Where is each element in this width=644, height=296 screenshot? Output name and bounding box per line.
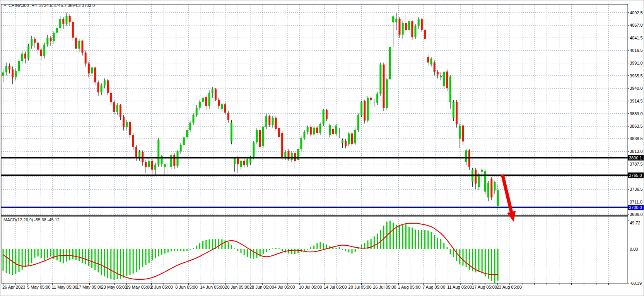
- level-price-label: 3700.0: [629, 205, 642, 210]
- date-tick-label: 28 Jun 05:00: [249, 285, 274, 289]
- level-price-label: 3765.0: [629, 173, 642, 178]
- date-tick-label: 5 May 05:00: [27, 285, 51, 289]
- date-tick-label: 23 May 05:00: [101, 285, 127, 289]
- svg-text:3914.5: 3914.5: [630, 99, 643, 103]
- svg-text:3813.0: 3813.0: [630, 149, 643, 154]
- date-tick-label: 26 Jul 05:00: [373, 285, 396, 289]
- svg-text:3991.0: 3991.0: [630, 61, 643, 65]
- symbol-period-text: CHINA300-,H4: [9, 3, 37, 8]
- date-tick-label: 26 Apr 2023: [2, 285, 25, 289]
- svg-text:3940.0: 3940.0: [630, 86, 643, 91]
- date-tick-label: 10 Jul 05:00: [299, 285, 322, 289]
- macd-values-text: MACD(12,26,9) -55.38 -45.12: [3, 217, 60, 222]
- svg-text:4067.0: 4067.0: [630, 23, 643, 27]
- date-tick-label: 14 Jul 05:00: [324, 285, 347, 289]
- ohlc-values-text: 3734.5 3745.7 3694.3 3703.0: [39, 3, 95, 8]
- svg-text:3889.0: 3889.0: [630, 111, 643, 116]
- svg-text:3711.0: 3711.0: [630, 200, 642, 204]
- date-tick-label: 8 Jun 05:00: [175, 285, 198, 289]
- trading-chart-window: 4092.54067.04041.54016.53991.03965.53940…: [0, 0, 644, 296]
- svg-text:3838.5: 3838.5: [630, 136, 643, 141]
- date-tick-label: 14 Jun 05:00: [200, 285, 225, 289]
- date-tick-label: 11 May 05:00: [52, 285, 77, 289]
- svg-text:3863.5: 3863.5: [630, 124, 643, 128]
- svg-text:3686.0: 3686.0: [630, 212, 643, 217]
- chart-canvas[interactable]: 4092.54067.04041.54016.53991.03965.53940…: [0, 0, 644, 296]
- svg-text:0.00: 0.00: [630, 247, 638, 252]
- macd-indicator-label: MACD(12,26,9) -55.38 -45.12: [3, 217, 60, 222]
- symbol-ohlc-label: ▼CHINA300-,H4 3734.5 3745.7 3694.3 3703.…: [3, 3, 95, 8]
- date-tick-label: 20 Jul 05:00: [348, 285, 372, 289]
- svg-text:4016.5: 4016.5: [630, 48, 643, 53]
- date-tick-label: 7 Aug 05:00: [422, 285, 445, 289]
- svg-text:3736.5: 3736.5: [630, 187, 643, 192]
- svg-text:4092.5: 4092.5: [630, 10, 643, 15]
- date-tick-label: 23 Aug 05:00: [497, 285, 522, 289]
- date-tick-label: 11 Aug 05:00: [447, 285, 472, 289]
- date-tick-label: 4 Jul 05:00: [274, 285, 295, 289]
- svg-text:-60.39: -60.39: [630, 281, 642, 286]
- chevron-down-icon[interactable]: ▼: [3, 4, 7, 7]
- svg-text:3965.5: 3965.5: [630, 74, 643, 78]
- date-tick-label: 17 May 05:00: [77, 285, 102, 289]
- date-tick-label: 17 Aug 05:00: [472, 285, 497, 289]
- svg-text:4041.5: 4041.5: [630, 36, 643, 40]
- date-tick-label: 1 Aug 05:00: [398, 285, 420, 289]
- date-tick-label: 29 May 05:00: [126, 285, 152, 289]
- level-price-label: 3800.1: [629, 156, 642, 160]
- svg-text:3787.5: 3787.5: [630, 162, 643, 166]
- date-tick-label: 2 Jun 05:00: [150, 285, 173, 289]
- date-tick-label: 20 Jun 05:00: [225, 285, 249, 289]
- svg-text:49.72: 49.72: [630, 221, 641, 225]
